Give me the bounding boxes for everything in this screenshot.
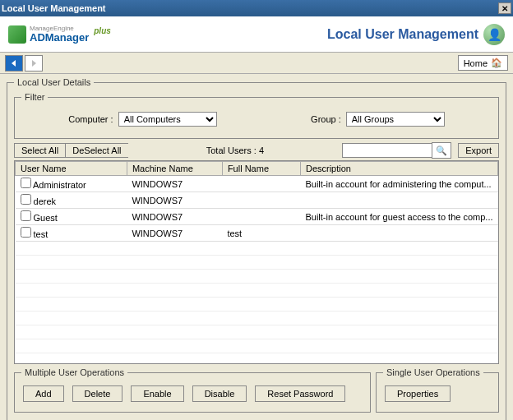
logo-plus: plus <box>94 26 111 35</box>
table-row-empty <box>16 353 498 365</box>
row-checkbox[interactable] <box>21 194 31 205</box>
delete-button[interactable]: Delete <box>72 385 123 402</box>
row-checkbox[interactable] <box>21 210 31 221</box>
deselect-all-button[interactable]: DeSelect All <box>65 143 127 158</box>
cell-machine: WINDOWS7 <box>127 225 222 242</box>
home-button[interactable]: Home 🏠 <box>458 55 508 71</box>
cell-desc <box>300 192 497 209</box>
col-machine[interactable]: Machine Name <box>127 162 222 176</box>
user-avatar-icon <box>483 24 505 45</box>
logo-icon <box>8 25 26 44</box>
logo: ManageEngine ADManager plus <box>8 25 111 44</box>
row-checkbox[interactable] <box>21 178 31 188</box>
multi-user-ops: Multiple User Operations Add Delete Enab… <box>14 367 371 413</box>
cell-user: test <box>34 229 49 239</box>
table-row-empty <box>16 270 498 284</box>
enable-button[interactable]: Enable <box>131 385 183 402</box>
cell-machine: WINDOWS7 <box>127 192 222 209</box>
table-row[interactable]: GuestWINDOWS7Built-in account for guest … <box>16 209 498 225</box>
properties-button[interactable]: Properties <box>385 385 451 402</box>
close-icon[interactable]: ✕ <box>498 2 511 14</box>
table-row-empty <box>16 325 498 339</box>
computer-label: Computer : <box>68 114 113 124</box>
multi-ops-legend: Multiple User Operations <box>21 367 127 377</box>
toolbar: Select All DeSelect All Total Users : 4 … <box>14 142 499 159</box>
user-table: User Name Machine Name Full Name Descrip… <box>15 161 498 364</box>
user-table-wrap: User Name Machine Name Full Name Descrip… <box>14 160 499 364</box>
search-button[interactable]: 🔍 <box>432 142 451 159</box>
search-icon: 🔍 <box>436 145 447 156</box>
cell-full <box>222 176 300 192</box>
cell-desc <box>300 225 497 242</box>
cell-user: Guest <box>34 213 58 223</box>
table-row-empty <box>16 312 498 325</box>
logo-line2: ADManager <box>30 32 89 43</box>
computer-select[interactable]: All Computers <box>118 112 217 127</box>
back-button[interactable] <box>5 55 23 72</box>
arrow-left-icon <box>10 59 18 67</box>
group-label: Group : <box>311 114 341 124</box>
titlebar: Local User Management ✕ <box>0 0 513 16</box>
export-button[interactable]: Export <box>458 143 499 158</box>
cell-user: Administrator <box>33 180 86 190</box>
cell-machine: WINDOWS7 <box>127 176 222 192</box>
filter-legend: Filter <box>21 92 48 102</box>
cell-user: derek <box>34 196 57 206</box>
col-user[interactable]: User Name <box>16 162 127 176</box>
filter-group: Filter Computer : All Computers Group : … <box>14 92 499 139</box>
col-full[interactable]: Full Name <box>222 162 300 176</box>
total-users-label: Total Users : 4 <box>128 145 343 155</box>
single-ops-legend: Single User Operations <box>383 367 483 377</box>
table-row-empty <box>16 298 498 312</box>
table-row[interactable]: derekWINDOWS7 <box>16 192 498 209</box>
group-select[interactable]: All Groups <box>346 112 445 127</box>
window-title: Local User Management <box>2 3 106 13</box>
cell-machine: WINDOWS7 <box>127 209 222 225</box>
arrow-right-icon <box>30 59 38 67</box>
forward-button[interactable] <box>25 55 43 72</box>
add-button[interactable]: Add <box>23 385 64 402</box>
search-input[interactable] <box>342 143 432 158</box>
home-icon: 🏠 <box>491 58 502 68</box>
header: ManageEngine ADManager plus Local User M… <box>0 16 513 53</box>
local-user-details: Local User Details Filter Computer : All… <box>7 77 506 420</box>
table-row-empty <box>16 284 498 298</box>
table-row-empty <box>16 242 498 256</box>
details-legend: Local User Details <box>14 77 94 87</box>
page-title-wrap: Local User Management <box>327 24 505 45</box>
cell-full <box>222 209 300 225</box>
single-user-ops: Single User Operations Properties <box>376 367 499 413</box>
cell-desc: Built-in account for administering the c… <box>300 176 497 192</box>
page-title: Local User Management <box>327 27 478 42</box>
select-all-button[interactable]: Select All <box>14 143 65 158</box>
cell-full <box>222 192 300 209</box>
row-checkbox[interactable] <box>21 227 31 238</box>
table-row[interactable]: AdministratorWINDOWS7Built-in account fo… <box>16 176 498 192</box>
table-row-empty <box>16 339 498 353</box>
col-desc[interactable]: Description <box>300 162 497 176</box>
reset-password-button[interactable]: Reset Password <box>255 385 345 402</box>
cell-full: test <box>222 225 300 242</box>
table-row[interactable]: testWINDOWS7test <box>16 225 498 242</box>
cell-desc: Built-in account for guest access to the… <box>300 209 497 225</box>
table-row-empty <box>16 256 498 270</box>
disable-button[interactable]: Disable <box>192 385 247 402</box>
navbar: Home 🏠 <box>0 53 513 74</box>
home-label: Home <box>464 58 488 68</box>
